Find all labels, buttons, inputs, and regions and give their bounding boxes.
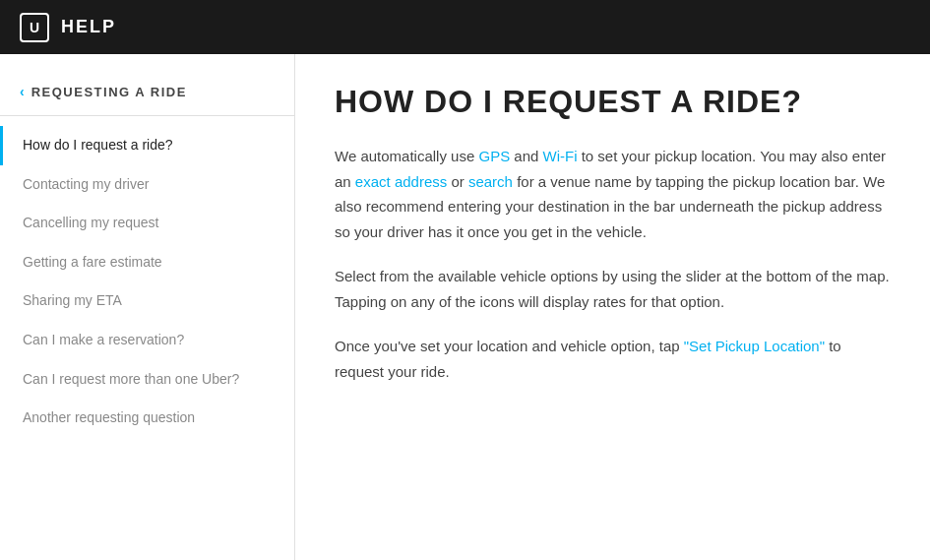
logo-text: U xyxy=(30,20,39,35)
highlight-address: exact address xyxy=(355,173,447,190)
sidebar-item-request-more-than-one[interactable]: Can I request more than one Uber? xyxy=(0,360,294,400)
sidebar-section-title: REQUESTING A RIDE xyxy=(31,85,187,99)
sidebar-item-contacting-driver[interactable]: Contacting my driver xyxy=(0,165,294,205)
sidebar-item-cancelling-request[interactable]: Cancelling my request xyxy=(0,204,294,243)
header: U HELP xyxy=(0,0,930,54)
sidebar: ‹ REQUESTING A RIDE How do I request a r… xyxy=(0,54,295,560)
content-paragraph-3: Once you've set your location and vehicl… xyxy=(335,334,891,384)
header-title: HELP xyxy=(61,17,116,37)
back-arrow-icon: ‹ xyxy=(20,84,26,99)
content-body: We automatically use GPS and Wi-Fi to se… xyxy=(335,144,891,384)
highlight-wifi: Wi-Fi xyxy=(543,148,578,164)
highlight-search: search xyxy=(468,173,513,190)
highlight-gps: GPS xyxy=(478,148,510,164)
sidebar-item-fare-estimate[interactable]: Getting a fare estimate xyxy=(0,243,294,282)
sidebar-item-how-to-request[interactable]: How do I request a ride? xyxy=(0,126,294,165)
content-area: HOW DO I REQUEST A RIDE? We automaticall… xyxy=(295,54,930,560)
main-content: ‹ REQUESTING A RIDE How do I request a r… xyxy=(0,54,930,560)
content-title: HOW DO I REQUEST A RIDE? xyxy=(335,84,891,120)
sidebar-back-button[interactable]: ‹ REQUESTING A RIDE xyxy=(0,74,294,116)
sidebar-item-reservation[interactable]: Can I make a reservation? xyxy=(0,321,294,360)
highlight-set-pickup: "Set Pickup Location" xyxy=(684,338,825,354)
sidebar-item-another-question[interactable]: Another requesting question xyxy=(0,399,294,438)
sidebar-nav-list: How do I request a ride? Contacting my d… xyxy=(0,116,294,448)
content-paragraph-1: We automatically use GPS and Wi-Fi to se… xyxy=(335,144,891,244)
content-paragraph-2: Select from the available vehicle option… xyxy=(335,264,891,314)
sidebar-item-sharing-eta[interactable]: Sharing my ETA xyxy=(0,281,294,321)
uber-logo: U xyxy=(20,13,49,42)
